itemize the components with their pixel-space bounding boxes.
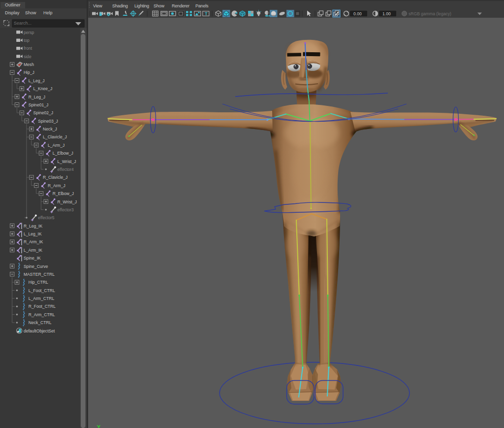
svg-text:L_Leg_IK: L_Leg_IK xyxy=(24,231,42,236)
svg-text:R_Arm_IK: R_Arm_IK xyxy=(24,239,43,244)
svg-text:Spine01_J: Spine01_J xyxy=(29,102,49,107)
svg-text:Spine03_J: Spine03_J xyxy=(38,119,58,124)
svg-text:L_Arm_J: L_Arm_J xyxy=(48,143,64,148)
svg-text:R_Leg_IK: R_Leg_IK xyxy=(24,224,42,229)
svg-text:L_Knee_J: L_Knee_J xyxy=(33,86,53,91)
svg-text:Mesh: Mesh xyxy=(24,62,34,67)
svg-text:L_Elbow_J: L_Elbow_J xyxy=(53,151,73,156)
svg-text:L_Foot_CTRL: L_Foot_CTRL xyxy=(29,288,55,293)
svg-text:R_Arm_CTRL: R_Arm_CTRL xyxy=(29,312,55,317)
svg-text:L_Leg_J: L_Leg_J xyxy=(29,78,45,83)
svg-text:effector5: effector5 xyxy=(38,215,55,220)
svg-text:L_Arm_IK: L_Arm_IK xyxy=(24,248,42,253)
svg-text:R_Arm_J: R_Arm_J xyxy=(48,183,65,188)
svg-text:persp: persp xyxy=(24,30,34,35)
svg-text:R_Clavicle_J: R_Clavicle_J xyxy=(43,175,67,180)
svg-text:effector3: effector3 xyxy=(58,207,74,212)
svg-text:L_Wrist_J: L_Wrist_J xyxy=(58,159,76,164)
svg-text:sRGB gamma (legacy): sRGB gamma (legacy) xyxy=(409,11,451,16)
svg-text:R_Wrist_J: R_Wrist_J xyxy=(58,199,77,204)
svg-text:Neck_CTRL: Neck_CTRL xyxy=(29,320,52,325)
svg-text:defaultObjectSet: defaultObjectSet xyxy=(24,329,55,333)
svg-text:L_Arm_CTRL: L_Arm_CTRL xyxy=(29,296,55,301)
svg-text:1.00: 1.00 xyxy=(382,11,391,16)
svg-text:side: side xyxy=(24,54,32,59)
svg-text:Spine_IK: Spine_IK xyxy=(24,256,41,261)
svg-text:effector4: effector4 xyxy=(58,167,74,172)
svg-text:R_Elbow_J: R_Elbow_J xyxy=(53,191,74,196)
svg-text:top: top xyxy=(24,38,30,43)
svg-text:R_Leg_J: R_Leg_J xyxy=(29,95,45,99)
svg-text:Hip_J: Hip_J xyxy=(24,70,34,75)
svg-text:MASTER_CTRL: MASTER_CTRL xyxy=(24,272,55,277)
svg-text:Spine_Curve: Spine_Curve xyxy=(24,264,48,269)
svg-text:R_Foot_CTRL: R_Foot_CTRL xyxy=(29,304,56,309)
svg-text:Spine02_J: Spine02_J xyxy=(33,110,54,115)
svg-text:L_Clavicle_J: L_Clavicle_J xyxy=(43,134,67,139)
svg-text:front: front xyxy=(24,46,32,51)
svg-text:Neck_J: Neck_J xyxy=(43,127,57,132)
svg-text:0.00: 0.00 xyxy=(353,11,362,16)
svg-text:T: T xyxy=(205,11,208,16)
svg-text:Hip_CTRL: Hip_CTRL xyxy=(29,280,48,285)
